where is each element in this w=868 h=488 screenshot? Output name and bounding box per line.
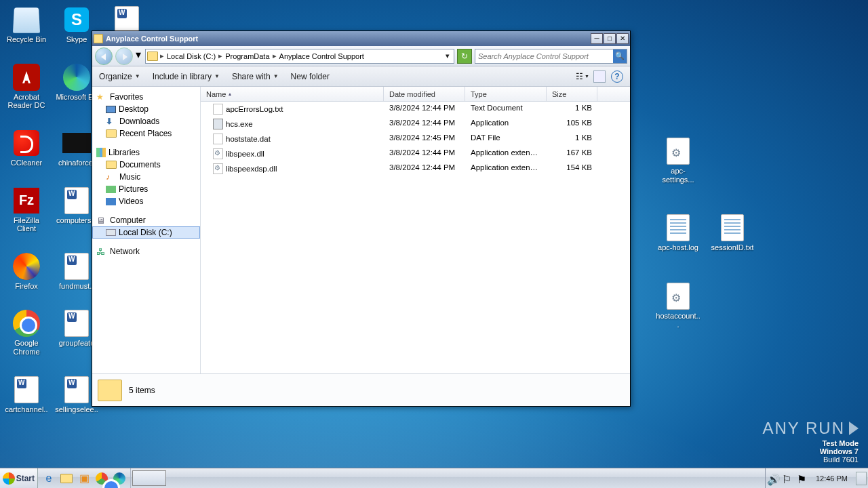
network-header[interactable]: 🖧Network <box>92 245 200 258</box>
file-icon <box>213 163 223 174</box>
refresh-button[interactable]: ↻ <box>457 49 472 64</box>
search-icon[interactable]: 🔍 <box>613 49 627 63</box>
desktop-icon[interactable]: Recycle Bin <box>3 4 50 45</box>
desktop-icon[interactable]: cartchannel.. <box>3 374 50 415</box>
libraries-header[interactable]: Libraries <box>92 146 200 159</box>
explorer-icon[interactable] <box>58 470 75 487</box>
file-name: libspeexdsp.dll <box>226 165 277 173</box>
file-type: Text Document <box>465 104 547 115</box>
share-with-menu[interactable]: Share with▼ <box>232 72 279 81</box>
file-date: 3/8/2024 12:44 PM <box>384 119 465 129</box>
file-type: Application extension <box>465 163 547 174</box>
file-date: 3/8/2024 12:45 PM <box>384 134 465 144</box>
taskbar-app[interactable] <box>132 470 166 486</box>
file-size: 1 KB <box>547 134 597 144</box>
media-player-icon[interactable]: ▣ <box>76 470 92 487</box>
desktop-icon[interactable]: Google Chrome <box>3 308 50 357</box>
nav-pictures[interactable]: Pictures <box>92 183 200 195</box>
volume-icon[interactable]: 🔊 <box>767 473 778 484</box>
desktop-icon[interactable]: apc-settings... <box>651 136 705 185</box>
desktop-icon[interactable]: CCleaner <box>3 127 50 169</box>
navigation-pane: ★Favorites Desktop ⬇Downloads Recent Pla… <box>92 87 201 373</box>
include-library-menu[interactable]: Include in library▼ <box>153 72 220 81</box>
status-bar: 5 items <box>92 373 630 406</box>
file-row[interactable]: libspeex.dll 3/8/2024 12:44 PM Applicati… <box>201 146 630 161</box>
nav-history-dropdown[interactable]: ▾ <box>136 48 142 64</box>
organize-menu[interactable]: Organize▼ <box>99 72 140 81</box>
desktop-icon[interactable]: sessionID.txt <box>705 212 760 253</box>
action-center-icon[interactable]: ⚐ <box>782 473 793 484</box>
col-spacer <box>597 87 630 101</box>
file-icon <box>213 134 223 144</box>
file-row[interactable]: apcErrorsLog.txt 3/8/2024 12:44 PM Text … <box>201 102 630 117</box>
file-row[interactable]: libspeexdsp.dll 3/8/2024 12:44 PM Applic… <box>201 161 630 176</box>
file-type: DAT File <box>465 134 547 144</box>
view-options-button[interactable]: ☷▼ <box>576 70 588 83</box>
status-text: 5 items <box>129 386 155 395</box>
window-title: Anyplace Control Support <box>106 35 198 43</box>
back-button[interactable] <box>95 47 113 65</box>
titlebar[interactable]: Anyplace Control Support ─ □ ✕ <box>92 31 630 46</box>
breadcrumb-dropdown[interactable]: ▾ <box>443 52 452 60</box>
forward-button[interactable] <box>115 47 133 65</box>
nav-videos[interactable]: Videos <box>92 195 200 207</box>
minimize-button[interactable]: ─ <box>591 33 603 44</box>
breadcrumb-field[interactable]: ▸ Local Disk (C:) ▸ ProgramData ▸ Anypla… <box>145 49 454 64</box>
col-size[interactable]: Size <box>547 87 597 101</box>
desktop-icon[interactable]: apc-host.log <box>651 212 705 253</box>
nav-local-disk-c[interactable]: Local Disk (C:) <box>92 226 200 239</box>
file-name: libspeex.dll <box>226 150 264 158</box>
show-desktop-button[interactable] <box>856 472 867 485</box>
computer-header[interactable]: 🖥Computer <box>92 214 200 226</box>
desktop-icon[interactable]: Firefox <box>3 251 50 292</box>
folder-icon <box>147 52 158 61</box>
col-name[interactable]: Name <box>201 87 384 101</box>
close-button[interactable]: ✕ <box>616 33 629 44</box>
desktop-icon[interactable]: hostaccount... <box>651 281 705 330</box>
file-icon <box>213 148 223 159</box>
breadcrumb-seg[interactable]: Anyplace Control Support <box>277 52 366 60</box>
preview-pane-button[interactable] <box>593 70 606 83</box>
nav-desktop[interactable]: Desktop <box>92 103 200 115</box>
search-input[interactable] <box>475 52 613 60</box>
folder-icon <box>98 380 122 401</box>
col-date[interactable]: Date modified <box>384 87 465 101</box>
search-field[interactable]: 🔍 <box>475 49 627 64</box>
anyrun-watermark: ANY RUN <box>762 419 859 438</box>
file-size: 154 KB <box>547 163 597 174</box>
desktop-icon[interactable]: Acrobat Reader DC <box>3 62 50 111</box>
nav-music[interactable]: ♪Music <box>92 171 200 183</box>
nav-downloads[interactable]: ⬇Downloads <box>92 115 200 127</box>
address-bar: ▾ ▸ Local Disk (C:) ▸ ProgramData ▸ Anyp… <box>92 46 630 66</box>
flag-icon[interactable]: ⚑ <box>797 473 808 484</box>
column-headers: Name Date modified Type Size <box>201 87 630 102</box>
clock[interactable]: 12:46 PM <box>812 474 852 483</box>
chrome-icon[interactable] <box>94 470 110 487</box>
toolbar: Organize▼ Include in library▼ Share with… <box>92 66 630 87</box>
taskbar: Start e ▣ 🔊 ⚐ ⚑ 12:46 PM <box>0 468 868 488</box>
favorites-header[interactable]: ★Favorites <box>92 91 200 103</box>
file-icon <box>213 119 223 129</box>
start-button[interactable]: Start <box>0 468 38 488</box>
help-button[interactable]: ? <box>611 70 623 83</box>
ie-icon[interactable]: e <box>41 470 57 487</box>
desktop-icon[interactable]: FzFileZilla Client <box>3 185 50 235</box>
nav-recent[interactable]: Recent Places <box>92 127 200 140</box>
file-size: 105 KB <box>547 119 597 129</box>
file-row[interactable]: hoststate.dat 3/8/2024 12:45 PM DAT File… <box>201 131 630 146</box>
file-date: 3/8/2024 12:44 PM <box>384 148 465 159</box>
file-type: Application <box>465 119 547 129</box>
system-tray: 🔊 ⚐ ⚑ 12:46 PM <box>765 468 868 488</box>
breadcrumb-seg[interactable]: Local Disk (C:) <box>165 52 218 60</box>
col-type[interactable]: Type <box>465 87 547 101</box>
nav-documents[interactable]: Documents <box>92 159 200 171</box>
file-size: 1 KB <box>547 104 597 115</box>
file-date: 3/8/2024 12:44 PM <box>384 104 465 115</box>
file-row[interactable]: hcs.exe 3/8/2024 12:44 PM Application 10… <box>201 117 630 131</box>
breadcrumb-seg[interactable]: ProgramData <box>223 52 271 60</box>
windows-watermark: Test Mode Windows 7 Build 7601 <box>820 439 859 464</box>
new-folder-button[interactable]: New folder <box>291 72 330 81</box>
maximize-button[interactable]: □ <box>604 33 616 44</box>
folder-icon <box>94 34 103 43</box>
start-orb-icon <box>3 472 15 485</box>
